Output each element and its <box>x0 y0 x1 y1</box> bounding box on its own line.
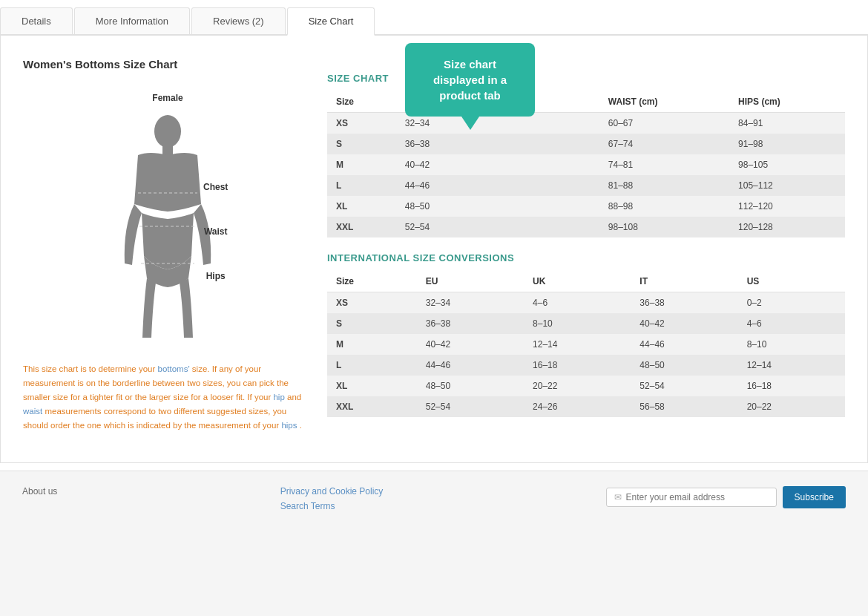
table-cell: 20–22 <box>738 396 845 417</box>
left-column: Women's Bottoms Size Chart Female <box>23 58 312 433</box>
size-chart-header-0: Size <box>327 91 396 113</box>
intl-header-4: US <box>738 271 845 292</box>
table-cell: L <box>327 355 417 376</box>
notice-blue-hip: hip <box>273 393 284 402</box>
table-cell: 120–128 <box>729 217 845 237</box>
intl-header-2: UK <box>524 271 631 292</box>
table-row: XL48–5088–98112–120 <box>327 196 845 217</box>
tab-size-chart[interactable]: Size Chart <box>287 7 375 36</box>
notice-blue-hips: hips <box>281 421 297 430</box>
table-cell: 8–10 <box>524 313 631 334</box>
table-cell: M <box>327 334 417 355</box>
tab-reviews[interactable]: Reviews (2) <box>191 7 286 34</box>
table-cell: 56–58 <box>631 396 737 417</box>
table-cell: 52–54 <box>631 376 737 396</box>
table-cell: 91–98 <box>729 134 845 154</box>
table-cell: 4–6 <box>738 313 845 334</box>
intl-chart-table: Size EU UK IT US XS32–344–636–380–2S36–3… <box>327 271 845 417</box>
table-row: XS32–344–636–380–2 <box>327 292 845 314</box>
table-row: XL48–5020–2252–5416–18 <box>327 376 845 396</box>
table-cell: 74–81 <box>599 154 729 175</box>
table-row: S36–3867–7491–98 <box>327 134 845 154</box>
table-row: M40–4212–1444–468–10 <box>327 334 845 355</box>
chest-label: Chest <box>203 182 228 192</box>
footer-subscribe: ✉ Subscribe <box>606 486 846 508</box>
table-cell: 40–42 <box>631 313 737 334</box>
hips-label: Hips <box>203 271 228 281</box>
table-cell: 12–14 <box>738 355 845 376</box>
intl-header-0: Size <box>327 271 417 292</box>
email-icon: ✉ <box>614 492 622 502</box>
table-row: L44–4681–88105–112 <box>327 175 845 196</box>
table-cell: 36–38 <box>631 292 737 314</box>
intl-chart-title: INTERNATIONAL SIZE CONVERSIONS <box>327 252 845 263</box>
table-cell: 67–74 <box>599 134 729 154</box>
table-cell: 48–50 <box>396 196 599 217</box>
table-cell: L <box>327 175 396 196</box>
table-cell: 16–18 <box>524 355 631 376</box>
table-row: XXL52–5498–108120–128 <box>327 217 845 237</box>
table-cell: 40–42 <box>417 334 524 355</box>
size-chart-header-2: WAIST (cm) <box>599 91 729 113</box>
table-cell: 8–10 <box>738 334 845 355</box>
tab-more-information[interactable]: More Information <box>74 7 190 34</box>
email-input[interactable] <box>626 492 769 502</box>
svg-point-0 <box>154 115 181 148</box>
footer-link-privacy[interactable]: Privacy and Cookie Policy <box>280 486 384 497</box>
product-tabs: Details More Information Reviews (2) Siz… <box>0 0 868 36</box>
table-row: L44–4616–1848–5012–14 <box>327 355 845 376</box>
tab-details[interactable]: Details <box>0 7 73 34</box>
table-cell: 84–91 <box>729 113 845 134</box>
table-row: XS32–3460–6784–91 <box>327 113 845 134</box>
table-cell: 40–42 <box>396 154 599 175</box>
right-column: SIZE CHART Size AVERAGE EU SIZE** WAIST … <box>327 58 845 433</box>
table-cell: 36–38 <box>396 134 599 154</box>
notice-orange-4: measurements correspond to two different… <box>23 407 286 430</box>
table-cell: M <box>327 154 396 175</box>
table-cell: XL <box>327 196 396 217</box>
tooltip-bubble: Size chart displayed in a product tab <box>405 43 535 117</box>
table-cell: 36–38 <box>417 313 524 334</box>
table-cell: 88–98 <box>599 196 729 217</box>
table-cell: 81–88 <box>599 175 729 196</box>
table-cell: XL <box>327 376 417 396</box>
table-cell: 0–2 <box>738 292 845 314</box>
table-cell: XXL <box>327 217 396 237</box>
table-cell: 12–14 <box>524 334 631 355</box>
table-cell: 48–50 <box>417 376 524 396</box>
table-cell: 60–67 <box>599 113 729 134</box>
table-cell: 52–54 <box>417 396 524 417</box>
table-cell: XS <box>327 113 396 134</box>
size-chart-table: Size AVERAGE EU SIZE** WAIST (cm) HIPS (… <box>327 91 845 237</box>
table-cell: 20–22 <box>524 376 631 396</box>
subscribe-button[interactable]: Subscribe <box>783 486 846 508</box>
intl-header-3: IT <box>631 271 737 292</box>
svg-rect-1 <box>162 145 173 155</box>
table-cell: 32–34 <box>417 292 524 314</box>
table-row: S36–388–1040–424–6 <box>327 313 845 334</box>
table-cell: 44–46 <box>417 355 524 376</box>
tab-content: Size chart displayed in a product tab Wo… <box>0 36 868 463</box>
table-cell: S <box>327 313 417 334</box>
footer-link-search[interactable]: Search Terms <box>280 501 384 511</box>
intl-header-1: EU <box>417 271 524 292</box>
table-cell: 112–120 <box>729 196 845 217</box>
chart-title: Women's Bottoms Size Chart <box>23 58 312 71</box>
table-cell: 105–112 <box>729 175 845 196</box>
figure-area: Female <box>23 85 312 347</box>
silhouette-wrap: Chest Waist Hips <box>93 108 242 340</box>
table-row: XXL52–5424–2656–5820–22 <box>327 396 845 417</box>
footer-links: Privacy and Cookie Policy Search Terms <box>280 486 384 511</box>
table-cell: XS <box>327 292 417 314</box>
table-cell: XXL <box>327 396 417 417</box>
table-cell: 52–54 <box>396 217 599 237</box>
notice-blue-bottoms: bottoms' <box>158 364 190 373</box>
table-cell: 16–18 <box>738 376 845 396</box>
table-cell: S <box>327 134 396 154</box>
figure-label: Female <box>23 93 312 103</box>
footer-about[interactable]: About us <box>22 486 57 497</box>
email-input-wrap[interactable]: ✉ <box>606 488 777 507</box>
waist-label: Waist <box>203 226 228 237</box>
table-cell: 4–6 <box>524 292 631 314</box>
table-cell: 98–108 <box>599 217 729 237</box>
